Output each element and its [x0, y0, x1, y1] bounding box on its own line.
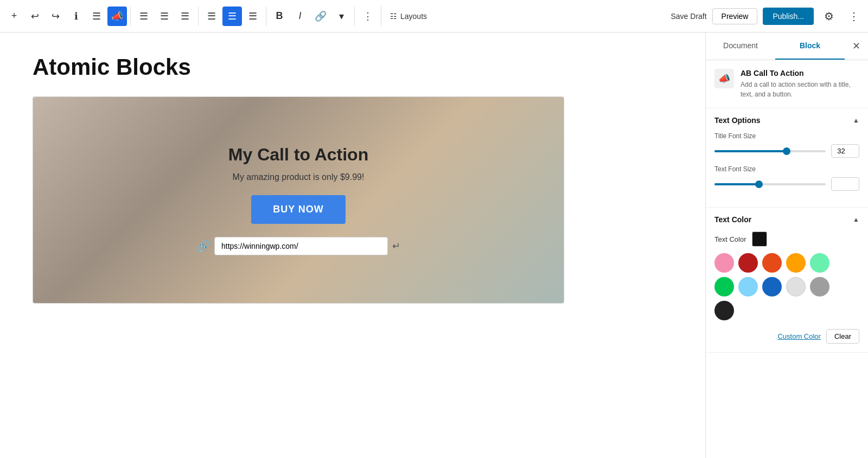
color-grid-row3 [714, 301, 859, 320]
color-grid-row2 [714, 277, 859, 296]
title-font-size-ctrl [714, 144, 859, 158]
color-blue[interactable] [762, 277, 782, 296]
title-font-size-label: Title Font Size [714, 132, 859, 140]
cta-title[interactable]: My Call to Action [228, 145, 368, 165]
text-color-header[interactable]: Text Color ▲ [706, 208, 868, 231]
list-view-button[interactable]: ☰ [87, 7, 106, 26]
text-slider-fill [714, 183, 759, 185]
text-slider-thumb[interactable] [755, 180, 763, 188]
info-button[interactable]: ℹ [66, 7, 86, 26]
toolbar-right: Save Draft Preview Publish... ⚙ ⋮ [671, 7, 864, 26]
sidebar-tabs: Document Block ✕ [706, 33, 868, 60]
justify-left-button[interactable]: ☰ [202, 7, 221, 26]
redo-button[interactable]: ↪ [46, 7, 65, 26]
text-color-body: Text Color [706, 231, 868, 352]
tab-block[interactable]: Block [775, 33, 845, 60]
more-options-button[interactable]: ⋮ [358, 7, 378, 26]
color-label: Text Color [714, 235, 746, 243]
color-green[interactable] [714, 277, 734, 296]
title-slider-thumb[interactable] [783, 147, 790, 155]
text-options-header[interactable]: Text Options ▲ [706, 108, 868, 132]
custom-color-button[interactable]: Custom Color [777, 332, 820, 340]
block-icon: 📣 [714, 69, 734, 88]
layouts-label: Layouts [400, 12, 427, 21]
divider-5 [381, 7, 381, 26]
text-font-size-input[interactable] [831, 177, 859, 191]
more-menu-button[interactable]: ⋮ [844, 7, 864, 26]
justify-center-button[interactable]: ☰ [222, 7, 242, 26]
cta-content: My Call to Action My amazing product is … [228, 145, 368, 224]
cta-inner: My Call to Action My amazing product is … [33, 97, 564, 303]
main-toolbar: + ↩ ↪ ℹ ☰ 📣 ☰ ☰ ☰ ☰ ☰ ☰ B I 🔗 ▾ ⋮ ☷ Layo… [0, 0, 868, 33]
color-pink[interactable] [714, 253, 734, 273]
text-color-title: Text Color [714, 215, 751, 224]
link-button[interactable]: 🔗 [311, 7, 330, 26]
divider-3 [266, 7, 266, 26]
color-amber[interactable] [786, 253, 806, 273]
text-font-size-row: Text Font Size [714, 165, 859, 191]
divider-1 [130, 7, 131, 26]
divider-4 [354, 7, 355, 26]
bold-button[interactable]: B [270, 7, 289, 26]
italic-button[interactable]: I [290, 7, 310, 26]
color-light-blue[interactable] [738, 277, 758, 296]
sidebar: Document Block ✕ 📣 AB Call To Action Add… [705, 33, 868, 458]
text-color-chevron: ▲ [853, 216, 859, 223]
cta-url-input[interactable] [214, 237, 388, 255]
block-info-text: AB Call To Action Add a call to action s… [741, 69, 859, 99]
publish-button[interactable]: Publish... [763, 8, 814, 25]
undo-button[interactable]: ↩ [25, 7, 44, 26]
text-font-size-label: Text Font Size [714, 165, 859, 173]
save-draft-button[interactable]: Save Draft [671, 12, 706, 21]
selected-color-swatch[interactable] [752, 231, 767, 247]
color-dark-red[interactable] [738, 253, 758, 273]
cta-buy-button[interactable]: BUY NOW [251, 195, 346, 224]
color-light-gray[interactable] [786, 277, 806, 296]
editor-area: Atomic Blocks My Call to Action My amazi… [0, 33, 705, 458]
title-font-size-input[interactable] [831, 144, 859, 158]
block-description: Add a call to action section with a titl… [741, 80, 859, 99]
block-title: AB Call To Action [741, 69, 859, 78]
align-left-button[interactable]: ☰ [134, 7, 154, 26]
title-slider-fill [714, 150, 787, 152]
text-options-title: Text Options [714, 116, 761, 125]
main-layout: Atomic Blocks My Call to Action My amazi… [0, 33, 868, 458]
color-gray[interactable] [810, 277, 829, 296]
page-title[interactable]: Atomic Blocks [33, 54, 673, 80]
text-options-chevron: ▲ [853, 117, 859, 124]
color-orange-red[interactable] [762, 253, 782, 273]
cta-text[interactable]: My amazing product is only $9.99! [228, 172, 368, 182]
megaphone-button[interactable]: 📣 [107, 7, 127, 26]
text-font-size-slider[interactable] [714, 183, 826, 185]
tab-document[interactable]: Document [706, 33, 775, 60]
text-options-section: Text Options ▲ Title Font Size [706, 108, 868, 208]
text-color-section: Text Color ▲ Text Color [706, 208, 868, 353]
dropdown-button[interactable]: ▾ [331, 7, 351, 26]
cta-block[interactable]: My Call to Action My amazing product is … [33, 96, 564, 304]
layouts-button[interactable]: ☷ Layouts [385, 9, 432, 24]
justify-right-button[interactable]: ☰ [243, 7, 263, 26]
color-grid-row1 [714, 253, 859, 273]
title-font-size-row: Title Font Size [714, 132, 859, 158]
text-options-body: Title Font Size Text Font Size [706, 132, 868, 207]
text-font-size-ctrl [714, 177, 859, 191]
cta-url-row: 🔗 ↵ [196, 237, 400, 255]
settings-button[interactable]: ⚙ [819, 7, 839, 26]
layouts-icon: ☷ [390, 12, 397, 21]
link-icon: 🔗 [196, 240, 210, 253]
divider-2 [198, 7, 199, 26]
color-black[interactable] [714, 301, 734, 320]
close-button[interactable]: ✕ [845, 33, 868, 60]
color-footer: Custom Color Clear [714, 325, 859, 344]
color-mint[interactable] [810, 253, 829, 273]
add-block-button[interactable]: + [4, 7, 24, 26]
preview-button[interactable]: Preview [712, 8, 758, 24]
align-right-button[interactable]: ☰ [175, 7, 195, 26]
color-label-row: Text Color [714, 231, 859, 247]
align-center-button[interactable]: ☰ [155, 7, 174, 26]
clear-button[interactable]: Clear [826, 329, 859, 344]
block-info: 📣 AB Call To Action Add a call to action… [706, 60, 868, 108]
title-font-size-slider[interactable] [714, 150, 826, 152]
enter-icon: ↵ [392, 240, 400, 252]
